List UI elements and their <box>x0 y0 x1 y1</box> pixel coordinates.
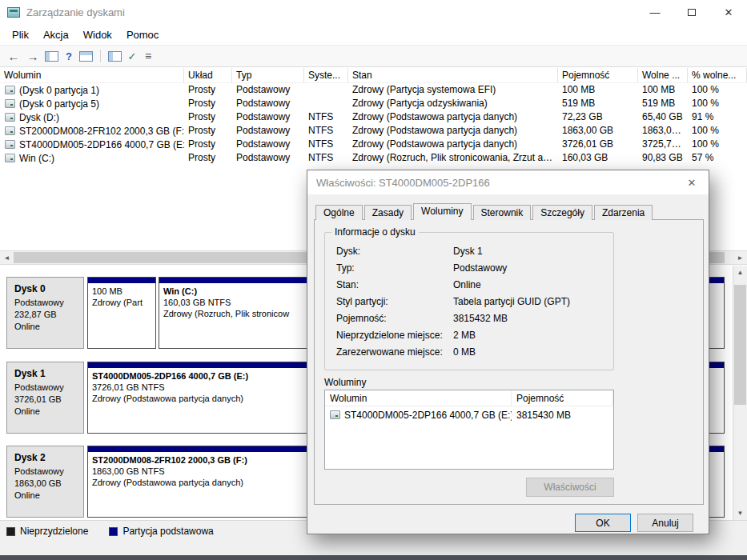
partition-name: 100 MB <box>92 286 151 297</box>
vertical-scrollbar[interactable]: ▲ ▼ <box>733 266 747 520</box>
menu-item-akcja[interactable]: Akcja <box>36 26 76 44</box>
cell-typ: Podstawowy <box>232 124 304 138</box>
cell-pct: 100 % <box>688 83 747 97</box>
properties-pane-icon[interactable] <box>108 51 122 62</box>
tab-zasady[interactable]: Zasady <box>364 205 412 220</box>
column-header-typ[interactable]: Typ <box>232 68 304 82</box>
cell-pojemnosc: 100 MB <box>558 83 638 97</box>
scroll-right-icon[interactable]: ► <box>733 251 747 264</box>
properties-button[interactable]: Właściwości <box>526 478 614 497</box>
cell-system: NTFS <box>304 138 348 151</box>
cell-stan: Zdrowy (Partycja odzyskiwania) <box>348 97 558 110</box>
cell-pct: 91 % <box>688 110 747 124</box>
table-row[interactable]: Dysk (D:) Prosty Podstawowy NTFS Zdrowy … <box>0 110 747 124</box>
help-icon[interactable]: ? <box>63 50 74 62</box>
tab-ogolne[interactable]: Ogólne <box>315 205 363 220</box>
volume-list-row[interactable]: ST4000DM005-2DP166 4000,7 GB (E:) 381543… <box>325 406 613 423</box>
vertical-scroll-thumb[interactable] <box>734 285 746 405</box>
partition-block[interactable]: 100 MB Zdrowy (Part <box>87 277 156 349</box>
tab-sterownik[interactable]: Sterownik <box>473 205 532 220</box>
volume-list-column-wolumin[interactable]: Wolumin <box>325 390 512 406</box>
cell-stan: Zdrowy (Podstawowa partycja danych) <box>348 110 558 124</box>
table-row[interactable]: Win (C:) Prosty Podstawowy NTFS Zdrowy (… <box>0 151 747 165</box>
cell-pojemnosc: 72,23 GB <box>558 110 638 124</box>
cell-typ: Podstawowy <box>232 97 304 110</box>
table-row[interactable]: (Dysk 0 partycja 1) Prosty Podstawowy Zd… <box>0 83 747 97</box>
list-view-icon[interactable]: ≡ <box>143 50 154 62</box>
disk-size: 3726,01 GB <box>14 394 76 406</box>
legend-item-primary-partition: Partycja podstawowa <box>109 526 213 537</box>
column-header-wolne[interactable]: Wolne ... <box>638 68 688 82</box>
tab-zdarzenia[interactable]: Zdarzenia <box>594 205 653 220</box>
dialog-close-button[interactable]: ✕ <box>675 170 709 194</box>
forward-icon[interactable]: → <box>26 50 40 63</box>
disk-name: Dysk 0 <box>14 283 76 295</box>
legend-label: Nieprzydzielone <box>20 526 88 537</box>
column-header-stan[interactable]: Stan <box>348 68 558 82</box>
menu-item-pomoc[interactable]: Pomoc <box>119 26 166 44</box>
field-label: Dysk: <box>336 246 453 257</box>
table-row[interactable]: ST4000DM005-2DP166 4000,7 GB (E:) Prosty… <box>0 138 747 151</box>
legend-label: Partycja podstawowa <box>122 526 213 537</box>
column-header-pct-wolne[interactable]: % wolne... <box>688 68 747 82</box>
cell-uklad: Prosty <box>184 124 232 138</box>
field-label: Stan: <box>336 279 453 290</box>
window-title: Zarządzanie dyskami <box>26 6 125 18</box>
scroll-left-icon[interactable]: ◄ <box>0 251 14 264</box>
volume-icon <box>5 140 15 149</box>
menu-item-plik[interactable]: Plik <box>5 26 36 44</box>
disk-management-icon <box>7 7 20 18</box>
action-pane-icon[interactable] <box>79 51 93 62</box>
field-value: 2 MB <box>453 330 613 341</box>
cell-stan: Zdrowy (Partycja systemowa EFI) <box>348 83 558 97</box>
cell-uklad: Prosty <box>184 151 232 165</box>
tab-woluminy[interactable]: Woluminy <box>413 203 471 220</box>
disk-name: Dysk 1 <box>14 368 76 380</box>
cell-stan: Zdrowy (Rozruch, Plik stronicowania, Zrz… <box>348 151 558 165</box>
cell-system: NTFS <box>304 124 348 138</box>
disk-info-groupbox-label: Informacje o dysku <box>331 226 419 238</box>
legend-item-unallocated: Nieprzydzielone <box>6 526 88 537</box>
disk-header-panel[interactable]: Dysk 1 Podstawowy 3726,01 GB Online <box>6 362 84 434</box>
field-value: 0 MB <box>453 346 613 358</box>
check-disk-icon[interactable]: ✓ <box>127 50 138 62</box>
ok-button[interactable]: OK <box>575 514 631 532</box>
close-button[interactable]: ✕ <box>710 0 747 24</box>
column-header-system[interactable]: Syste... <box>304 68 348 82</box>
minimize-icon: — <box>650 6 661 18</box>
scroll-up-icon[interactable]: ▲ <box>733 266 747 279</box>
maximize-icon <box>688 9 696 16</box>
window-bottom-edge <box>0 555 747 560</box>
disk-header-panel[interactable]: Dysk 0 Podstawowy 232,87 GB Online <box>6 277 84 349</box>
tab-szczegoly[interactable]: Szczegóły <box>532 205 592 220</box>
disk-status: Online <box>14 321 76 333</box>
console-tree-icon[interactable] <box>45 51 58 62</box>
volumes-section-label: Woluminy <box>324 377 366 388</box>
disk-status: Online <box>14 490 76 502</box>
column-header-wolumin[interactable]: Wolumin <box>0 68 184 82</box>
cell-wolne: 1863,00 GB <box>638 124 688 138</box>
cell-typ: Podstawowy <box>232 110 304 124</box>
app-window: Zarządzanie dyskami — ✕ Plik Akcja Widok… <box>0 0 747 560</box>
field-value: Podstawowy <box>453 262 613 274</box>
table-row[interactable]: ST2000DM008-2FR102 2000,3 GB (F:) Prosty… <box>0 124 747 138</box>
column-header-uklad[interactable]: Układ <box>184 68 232 82</box>
field-value: Dysk 1 <box>453 246 613 257</box>
disk-type: Podstawowy <box>14 297 76 309</box>
scroll-down-icon[interactable]: ▼ <box>733 506 747 520</box>
cell-wolumin: (Dysk 0 partycja 5) <box>19 98 99 110</box>
volume-list: Wolumin Pojemność ST4000DM005-2DP166 400… <box>324 390 614 470</box>
volume-list-column-pojemnosc[interactable]: Pojemność <box>512 390 613 406</box>
minimize-button[interactable]: — <box>637 0 673 24</box>
menu-item-widok[interactable]: Widok <box>76 26 119 44</box>
column-header-pojemnosc[interactable]: Pojemność <box>558 68 638 82</box>
cell-wolne: 3725,77 GB <box>638 138 688 151</box>
back-icon[interactable]: ← <box>6 50 21 63</box>
cell-wolne: 100 MB <box>638 83 688 97</box>
table-row[interactable]: (Dysk 0 partycja 5) Prosty Podstawowy Zd… <box>0 97 747 110</box>
field-label: Typ: <box>336 262 453 274</box>
disk-header-panel[interactable]: Dysk 2 Podstawowy 1863,00 GB Online <box>6 446 84 518</box>
cancel-button[interactable]: Anuluj <box>637 514 693 532</box>
menu-bar: Plik Akcja Widok Pomoc <box>0 24 747 45</box>
maximize-button[interactable] <box>673 0 710 24</box>
